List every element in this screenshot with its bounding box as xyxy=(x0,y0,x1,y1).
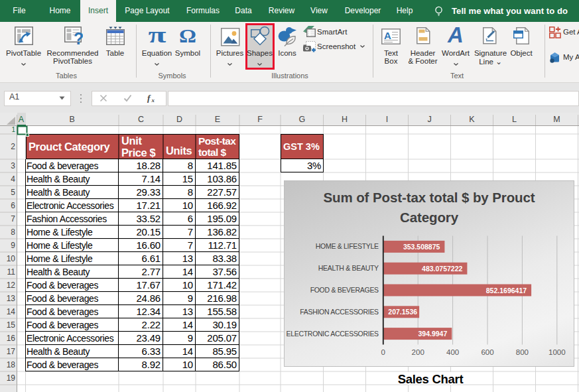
svg-text:HEALTH & BEAUTY: HEALTH & BEAUTY xyxy=(318,264,379,272)
svg-text:A: A xyxy=(447,27,464,45)
svg-text:600: 600 xyxy=(481,348,493,356)
svg-text:f: f xyxy=(147,94,151,103)
svg-text:394.9947: 394.9947 xyxy=(418,330,448,338)
svg-text:852.1696417: 852.1696417 xyxy=(486,287,527,294)
svg-text:?: ? xyxy=(74,29,83,46)
svg-text:800: 800 xyxy=(516,348,529,356)
svg-text:π: π xyxy=(149,25,167,46)
svg-text:1000: 1000 xyxy=(548,348,566,356)
svg-text:207.1536: 207.1536 xyxy=(388,308,417,316)
svg-text:Ω: Ω xyxy=(179,26,196,46)
svg-text:400: 400 xyxy=(446,348,459,356)
svg-text:FASHION ACCESSORIES: FASHION ACCESSORIES xyxy=(300,308,379,316)
svg-text:ELECTRONIC ACCESSORIES: ELECTRONIC ACCESSORIES xyxy=(287,330,379,338)
svg-text:483.0757222: 483.0757222 xyxy=(422,265,462,273)
svg-text:FOOD & BEVERAGES: FOOD & BEVERAGES xyxy=(310,286,379,294)
svg-text:x: x xyxy=(151,97,155,103)
svg-text:A: A xyxy=(384,30,391,41)
svg-text:0: 0 xyxy=(381,348,385,356)
svg-text:353.508875: 353.508875 xyxy=(403,243,440,251)
svg-text:HOME & LIFESTYLE: HOME & LIFESTYLE xyxy=(316,242,379,250)
svg-text:200: 200 xyxy=(412,348,424,356)
